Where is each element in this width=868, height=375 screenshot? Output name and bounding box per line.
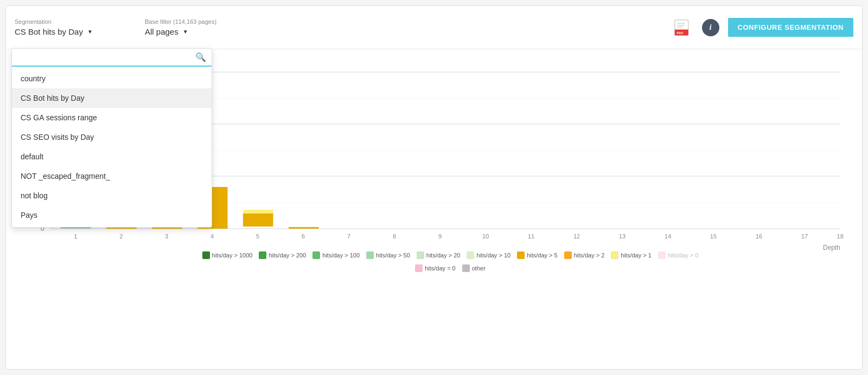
legend-color-1 [611, 251, 618, 259]
legend-color-100 [312, 251, 320, 259]
chart-legend-2: hits/day = 0 other [17, 260, 851, 272]
filter-section: Base filter (114,163 pages) All pages ▼ [145, 18, 280, 36]
legend-color-10 [467, 251, 474, 259]
search-box: 🔍 [12, 49, 212, 67]
legend-label-5: hits/day > 5 [527, 252, 558, 258]
main-container: Segmentation CS Bot hits by Day ▼ Base f… [5, 5, 863, 370]
dropdown-item-default[interactable]: default [12, 147, 212, 166]
svg-text:13: 13 [619, 233, 626, 240]
pdf-icon: PDF [674, 19, 691, 36]
svg-text:PDF: PDF [676, 31, 684, 35]
segmentation-dropdown: 🔍 country CS Bot hits by Day CS GA sessi… [11, 48, 212, 228]
legend-label-2: hits/day > 2 [574, 252, 605, 258]
search-icon: 🔍 [195, 52, 206, 62]
legend-label-other: other [472, 265, 486, 271]
pdf-download-button[interactable]: PDF [672, 17, 693, 38]
legend-label-100: hits/day > 100 [322, 252, 360, 258]
svg-text:17: 17 [801, 233, 808, 240]
configure-segmentation-button[interactable]: CONFIGURE SEGMENTATION [728, 18, 853, 37]
search-input[interactable] [17, 53, 195, 62]
svg-text:3: 3 [165, 233, 168, 240]
legend-item-2: hits/day > 2 [564, 251, 605, 259]
svg-text:9: 9 [438, 233, 442, 240]
filter-chevron-down-icon: ▼ [183, 29, 188, 35]
legend-item-1000: hits/day > 1000 [202, 251, 253, 259]
dropdown-item-not-escaped-fragment[interactable]: NOT _escaped_fragment_ [12, 166, 212, 186]
svg-text:8: 8 [393, 233, 396, 240]
legend-item-eq0: hits/day = 0 [415, 264, 456, 272]
svg-text:1: 1 [74, 233, 77, 240]
dropdown-item-pays[interactable]: Pays [12, 205, 212, 225]
svg-text:6: 6 [302, 233, 305, 240]
legend-item-100: hits/day > 100 [312, 251, 360, 259]
svg-text:10: 10 [482, 233, 489, 240]
svg-text:16: 16 [756, 233, 762, 240]
bar-5-segment1 [243, 214, 273, 227]
legend-color-1000 [202, 251, 210, 259]
legend-color-200 [259, 251, 266, 259]
chart-legend: hits/day > 1000 hits/day > 200 hits/day … [17, 247, 851, 259]
legend-item-gt0: hits/day > 0 [658, 251, 699, 259]
legend-color-eq0 [415, 264, 423, 272]
info-button[interactable]: i [700, 17, 722, 38]
legend-label-10: hits/day > 10 [476, 252, 510, 258]
legend-color-gt0 [658, 251, 666, 259]
svg-text:4: 4 [210, 233, 214, 240]
segmentation-dropdown-trigger[interactable]: CS Bot hits by Day ▼ [15, 27, 123, 36]
bar-5-segment2 [243, 210, 273, 214]
dropdown-item-country[interactable]: country [12, 69, 212, 88]
legend-item-5: hits/day > 5 [517, 251, 558, 259]
dropdown-item-cs-ga-sessions-range[interactable]: CS GA sessions range [12, 108, 212, 127]
dropdown-list: country CS Bot hits by Day CS GA session… [12, 67, 212, 227]
dropdown-item-not-blog[interactable]: not blog [12, 186, 212, 205]
dropdown-item-cs-seo-visits-by-day[interactable]: CS SEO visits by Day [12, 127, 212, 147]
legend-label-1000: hits/day > 1000 [212, 252, 253, 258]
segmentation-section: Segmentation CS Bot hits by Day ▼ [15, 18, 123, 36]
filter-label: Base filter (114,163 pages) [145, 18, 280, 25]
segmentation-chevron-down-icon: ▼ [87, 29, 93, 35]
legend-item-10: hits/day > 10 [467, 251, 510, 259]
segmentation-label: Segmentation [15, 18, 123, 25]
dropdown-item-cs-bot-hits-by-day[interactable]: CS Bot hits by Day [12, 88, 212, 108]
selected-segmentation: CS Bot hits by Day [15, 27, 83, 36]
header-bar: Segmentation CS Bot hits by Day ▼ Base f… [6, 6, 862, 49]
svg-text:2: 2 [119, 233, 123, 240]
legend-color-20 [417, 251, 424, 259]
legend-label-200: hits/day > 200 [269, 252, 306, 258]
svg-text:5: 5 [256, 233, 259, 240]
legend-color-50 [366, 251, 374, 259]
depth-label: Depth [823, 244, 840, 251]
legend-color-5 [517, 251, 525, 259]
legend-item-200: hits/day > 200 [259, 251, 306, 259]
svg-text:7: 7 [347, 233, 350, 240]
legend-label-gt0: hits/day > 0 [668, 252, 699, 258]
svg-text:12: 12 [573, 233, 580, 240]
legend-item-50: hits/day > 50 [366, 251, 410, 259]
selected-filter: All pages [145, 27, 178, 36]
legend-label-50: hits/day > 50 [376, 252, 410, 258]
bar-6-segment1 [289, 227, 319, 229]
svg-text:11: 11 [528, 233, 534, 240]
svg-text:14: 14 [665, 233, 671, 240]
legend-label-1: hits/day > 1 [621, 252, 652, 258]
legend-item-1: hits/day > 1 [611, 251, 652, 259]
svg-text:18: 18 [837, 233, 844, 240]
legend-item-20: hits/day > 20 [417, 251, 461, 259]
info-icon: i [702, 19, 719, 36]
header-actions: PDF i CONFIGURE SEGMENTATION [672, 17, 853, 38]
legend-color-2 [564, 251, 572, 259]
filter-dropdown-trigger[interactable]: All pages ▼ [145, 27, 280, 36]
legend-label-eq0: hits/day = 0 [425, 265, 456, 271]
svg-text:15: 15 [710, 233, 717, 240]
legend-item-other: other [462, 264, 486, 272]
legend-color-other [462, 264, 470, 272]
legend-label-20: hits/day > 20 [426, 252, 461, 258]
